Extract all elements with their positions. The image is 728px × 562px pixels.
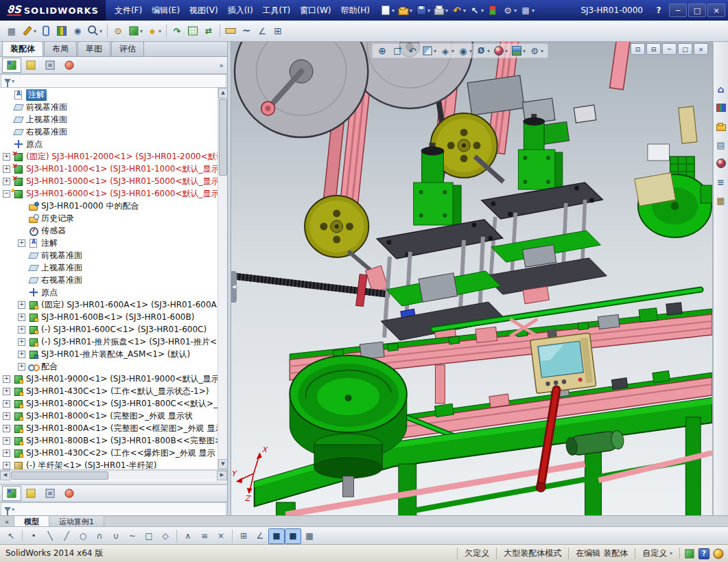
ptab-props-icon[interactable]	[21, 58, 40, 73]
expand-toggle[interactable]: +	[3, 178, 10, 185]
home-icon[interactable]	[716, 84, 727, 95]
expand-toggle[interactable]	[18, 202, 25, 210]
status-sphere-icon[interactable]	[713, 548, 724, 559]
measure-icon[interactable]	[223, 24, 239, 38]
customize-menu[interactable]: 自定义 ▾	[635, 548, 679, 559]
tree-item[interactable]: + (-) 半纤架<1> (SJ3-HR01-半纤架)	[0, 459, 218, 469]
expand-toggle[interactable]: +	[18, 351, 25, 358]
hud-apply-scene-icon[interactable]: ▾	[510, 45, 526, 57]
trim-icon[interactable]: ×	[213, 528, 229, 544]
mirror-icon[interactable]: ∧	[180, 528, 196, 544]
expand-toggle[interactable]: +	[3, 437, 10, 445]
expand-toggle[interactable]	[18, 264, 25, 272]
graphics-area[interactable]: X Y Z	[231, 41, 713, 516]
curvature-icon[interactable]	[239, 24, 255, 38]
tree-item[interactable]: − SJ3-HR01-6000<1> (SJ3-HR01-6000<默认_显示状	[0, 187, 218, 200]
view-palette-icon[interactable]	[716, 139, 727, 150]
tree-item[interactable]: + SJ3-HR01-430C<1> (工作<默认_显示状态-1>)	[0, 385, 218, 397]
angle-icon[interactable]: ∠	[252, 528, 268, 544]
tangent-arc-icon[interactable]: ∪	[108, 528, 124, 544]
tree-item[interactable]: 注解	[0, 89, 218, 101]
tree-item[interactable]: 右视基准面	[0, 126, 218, 138]
tree-item[interactable]: + SJ3-HR01-9000<1> (SJ3-HR01-9000<默认_显示状…	[0, 373, 218, 385]
maximize-window-icon[interactable]: □	[688, 3, 706, 17]
pane-splitter[interactable]	[0, 480, 227, 485]
menu-item[interactable]: 帮助(H)	[336, 0, 375, 21]
select-icon[interactable]: ▾	[468, 4, 485, 16]
grid-system-icon[interactable]	[270, 24, 286, 38]
update-assembly-icon[interactable]	[201, 24, 217, 38]
tree-item[interactable]: + SJ3-HR01-430C<2> (工作<<爆炸图>_外观 显示 状态	[0, 447, 218, 459]
wireframe-icon[interactable]: ▦	[301, 528, 318, 544]
tree-item[interactable]: + (-) SJ3-HR01-推片振盘<1> (SJ3-HR01-推片<<SJ2	[0, 336, 218, 348]
menu-item[interactable]: 插入(I)	[223, 0, 258, 21]
scroll-right-icon[interactable]: ▶	[217, 471, 227, 480]
hud-previous-view-icon[interactable]	[406, 45, 419, 57]
expand-toggle[interactable]: +	[3, 400, 10, 408]
tree-item[interactable]: 传感器	[0, 224, 218, 237]
tabs-scroll-left[interactable]: «	[0, 516, 14, 527]
scroll-down-icon[interactable]: ▼	[218, 459, 227, 469]
expand-toggle[interactable]: +	[3, 388, 10, 395]
polygon-icon[interactable]: ◇	[157, 528, 174, 544]
tree-item[interactable]: + SJ3-HR01-800C<1> (SJ3-HR01-800C<<默认>_外…	[0, 397, 218, 410]
tree-item[interactable]: + SJ3-HR01-1000<1> (SJ3-HR01-1000<默认_显示状	[0, 163, 218, 175]
appearances-icon[interactable]	[716, 158, 727, 169]
menu-item[interactable]: 窗口(W)	[295, 0, 336, 21]
status-tag-icon[interactable]	[684, 548, 695, 559]
smart-fasteners-icon[interactable]	[110, 24, 126, 38]
menu-item[interactable]: 文件(F)	[110, 0, 147, 21]
tree-item[interactable]: + (固定) SJ3-HR01-600A<1> (SJ3-HR01-600A<默…	[0, 298, 218, 311]
tree-filter-bar-bottom[interactable]: ▾	[1, 502, 226, 516]
expand-toggle[interactable]: +	[18, 326, 25, 333]
circle-icon[interactable]: ○	[75, 528, 91, 544]
screen-capture-icon[interactable]	[4, 24, 20, 38]
expand-toggle[interactable]: +	[3, 449, 10, 457]
hud-display-style-icon[interactable]: ▾	[457, 45, 473, 57]
expand-toggle[interactable]	[18, 289, 25, 296]
ptab-config-icon[interactable]	[40, 486, 60, 501]
expand-toggle[interactable]	[3, 141, 10, 148]
tree-horizontal-scrollbar[interactable]: ◀ ▶	[0, 470, 227, 480]
expand-toggle[interactable]: +	[18, 314, 25, 321]
expand-toggle[interactable]	[3, 104, 10, 111]
expand-toggle[interactable]: +	[3, 375, 10, 383]
expand-toggle[interactable]: +	[3, 462, 10, 469]
assembly-visualization-icon[interactable]	[54, 24, 70, 38]
help-menu-icon[interactable]: ?	[653, 5, 665, 15]
expand-toggle[interactable]: +	[18, 239, 25, 247]
hud-zoom-area-icon[interactable]	[391, 45, 404, 57]
edit-component-icon[interactable]: ▾	[20, 24, 38, 38]
hud-view-orientation-icon[interactable]: ▾	[439, 45, 455, 57]
print-icon[interactable]: ▾	[432, 4, 449, 16]
tree-item[interactable]: + (固定) SJ3-HR01-2000<1> (SJ3-HR01-2000<默…	[0, 150, 218, 163]
assembly-features-icon[interactable]: ▾	[145, 24, 163, 38]
status-help-icon[interactable]	[698, 548, 709, 559]
design-library-icon[interactable]	[716, 102, 727, 113]
new-document-icon[interactable]: ▾	[379, 4, 396, 16]
expand-toggle[interactable]	[18, 252, 25, 259]
attachment-icon[interactable]	[38, 24, 54, 38]
ptab-tree-icon[interactable]	[2, 58, 21, 73]
file-explorer-icon[interactable]	[716, 121, 727, 132]
viewport-cascade-icon[interactable]: ⊡	[631, 43, 645, 55]
tree-item[interactable]: + SJ3-HR01-推片装配体_ASM<1> (默认)	[0, 348, 218, 360]
tree-item[interactable]: SJ3-HR01-0000 中的配合	[0, 200, 218, 212]
tree-filter-bar[interactable]: ▾	[1, 74, 226, 88]
tree-item[interactable]: 原点	[0, 286, 218, 298]
ptab-display-icon[interactable]	[60, 58, 79, 73]
options-icon[interactable]: ▾	[501, 4, 518, 16]
file-properties-icon[interactable]: ▾	[519, 4, 536, 16]
tree-item[interactable]: 前视基准面	[0, 101, 218, 113]
hud-view-settings-icon[interactable]: ▾	[528, 45, 544, 57]
minimize-window-icon[interactable]: ─	[669, 3, 687, 17]
viewport-tile-icon[interactable]: ⊟	[646, 43, 661, 55]
tree-item[interactable]: 右视基准面	[0, 274, 218, 286]
scroll-thumb[interactable]	[219, 99, 227, 176]
menu-item[interactable]: 编辑(E)	[147, 0, 185, 21]
custom-properties-icon[interactable]	[716, 176, 727, 187]
expand-toggle[interactable]	[18, 227, 25, 235]
command-tab[interactable]: 装配体	[2, 41, 43, 56]
grid-icon[interactable]: ⊞	[235, 528, 252, 544]
rotate-component-icon[interactable]	[169, 24, 185, 38]
